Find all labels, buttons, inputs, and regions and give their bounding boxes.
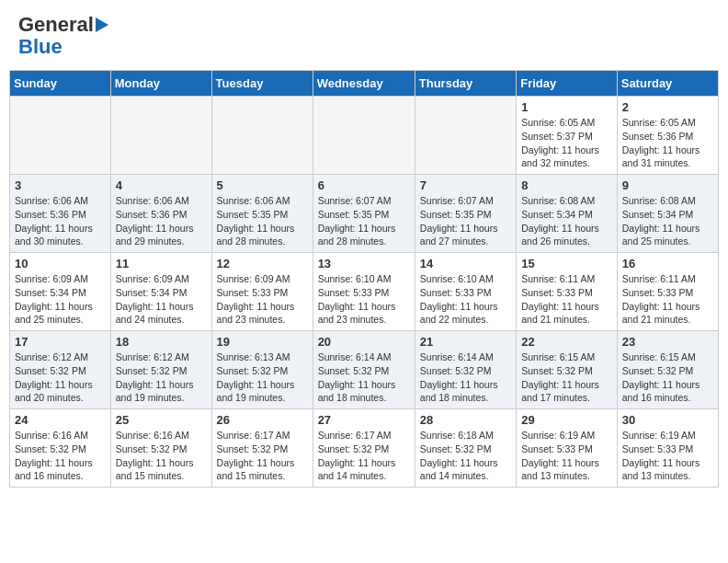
day-info: Sunrise: 6:09 AMSunset: 5:33 PMDaylight:… [217, 272, 308, 327]
calendar-cell: 17Sunrise: 6:12 AMSunset: 5:32 PMDayligh… [10, 331, 111, 409]
calendar-cell: 13Sunrise: 6:10 AMSunset: 5:33 PMDayligh… [313, 253, 415, 331]
day-number: 12 [217, 257, 308, 270]
day-number: 7 [420, 178, 511, 192]
day-info: Sunrise: 6:06 AMSunset: 5:35 PMDaylight:… [217, 194, 308, 248]
day-number: 29 [521, 413, 612, 427]
calendar-cell: 1Sunrise: 6:05 AMSunset: 5:37 PMDaylight… [517, 97, 618, 175]
calendar-cell: 16Sunrise: 6:11 AMSunset: 5:33 PMDayligh… [617, 253, 718, 331]
day-number: 13 [318, 257, 410, 270]
calendar-cell [110, 97, 211, 175]
day-info: Sunrise: 6:11 AMSunset: 5:33 PMDaylight:… [521, 272, 612, 327]
day-info: Sunrise: 6:15 AMSunset: 5:32 PMDaylight:… [622, 350, 713, 405]
calendar-cell: 22Sunrise: 6:15 AMSunset: 5:32 PMDayligh… [517, 331, 618, 409]
calendar-cell: 9Sunrise: 6:08 AMSunset: 5:34 PMDaylight… [617, 175, 718, 253]
calendar-cell: 3Sunrise: 6:06 AMSunset: 5:36 PMDaylight… [10, 175, 111, 253]
calendar-cell: 28Sunrise: 6:18 AMSunset: 5:32 PMDayligh… [415, 409, 516, 488]
col-header-sunday: Sunday [10, 71, 111, 97]
calendar-cell: 7Sunrise: 6:07 AMSunset: 5:35 PMDaylight… [415, 175, 516, 253]
day-number: 22 [521, 335, 612, 349]
day-info: Sunrise: 6:08 AMSunset: 5:34 PMDaylight:… [622, 194, 713, 248]
day-number: 9 [622, 178, 713, 192]
col-header-thursday: Thursday [415, 71, 516, 97]
day-info: Sunrise: 6:15 AMSunset: 5:32 PMDaylight:… [521, 350, 612, 405]
day-number: 30 [622, 413, 713, 427]
calendar-cell: 23Sunrise: 6:15 AMSunset: 5:32 PMDayligh… [617, 331, 718, 409]
day-number: 3 [15, 178, 106, 192]
logo: General Blue [18, 14, 108, 58]
calendar-cell [313, 97, 415, 175]
calendar-table: SundayMondayTuesdayWednesdayThursdayFrid… [9, 70, 719, 488]
calendar-cell: 20Sunrise: 6:14 AMSunset: 5:32 PMDayligh… [313, 331, 415, 409]
logo-arrow-icon [96, 17, 108, 32]
day-info: Sunrise: 6:10 AMSunset: 5:33 PMDaylight:… [420, 272, 511, 327]
day-number: 28 [420, 413, 511, 427]
day-number: 2 [622, 100, 713, 114]
calendar-cell: 21Sunrise: 6:14 AMSunset: 5:32 PMDayligh… [415, 331, 516, 409]
day-number: 8 [521, 178, 612, 192]
calendar-cell: 24Sunrise: 6:16 AMSunset: 5:32 PMDayligh… [10, 409, 111, 488]
day-number: 6 [318, 178, 410, 192]
day-number: 1 [521, 100, 612, 114]
calendar-cell [10, 97, 111, 175]
day-info: Sunrise: 6:14 AMSunset: 5:32 PMDaylight:… [420, 350, 511, 405]
day-info: Sunrise: 6:18 AMSunset: 5:32 PMDaylight:… [420, 429, 511, 483]
day-number: 26 [217, 413, 308, 427]
calendar-cell: 30Sunrise: 6:19 AMSunset: 5:33 PMDayligh… [617, 409, 718, 488]
day-number: 23 [622, 335, 713, 349]
day-number: 15 [521, 257, 612, 270]
day-info: Sunrise: 6:05 AMSunset: 5:37 PMDaylight:… [521, 116, 612, 170]
calendar-cell: 19Sunrise: 6:13 AMSunset: 5:32 PMDayligh… [211, 331, 313, 409]
day-number: 5 [217, 178, 308, 192]
day-info: Sunrise: 6:14 AMSunset: 5:32 PMDaylight:… [318, 350, 410, 405]
day-number: 18 [116, 335, 207, 349]
calendar-cell: 29Sunrise: 6:19 AMSunset: 5:33 PMDayligh… [517, 409, 618, 488]
day-info: Sunrise: 6:08 AMSunset: 5:34 PMDaylight:… [521, 194, 612, 248]
col-header-wednesday: Wednesday [313, 71, 415, 97]
day-number: 10 [15, 257, 106, 270]
calendar-cell: 11Sunrise: 6:09 AMSunset: 5:34 PMDayligh… [110, 253, 211, 331]
calendar-cell: 10Sunrise: 6:09 AMSunset: 5:34 PMDayligh… [10, 253, 111, 331]
day-info: Sunrise: 6:12 AMSunset: 5:32 PMDaylight:… [116, 350, 207, 405]
day-info: Sunrise: 6:09 AMSunset: 5:34 PMDaylight:… [15, 272, 106, 327]
calendar-week-row: 1Sunrise: 6:05 AMSunset: 5:37 PMDaylight… [10, 97, 719, 175]
day-number: 21 [420, 335, 511, 349]
calendar-cell: 27Sunrise: 6:17 AMSunset: 5:32 PMDayligh… [313, 409, 415, 488]
calendar-cell [211, 97, 313, 175]
day-info: Sunrise: 6:09 AMSunset: 5:34 PMDaylight:… [116, 272, 207, 327]
calendar-header-row: SundayMondayTuesdayWednesdayThursdayFrid… [10, 71, 719, 97]
day-info: Sunrise: 6:16 AMSunset: 5:32 PMDaylight:… [15, 429, 106, 483]
day-info: Sunrise: 6:10 AMSunset: 5:33 PMDaylight:… [318, 272, 410, 327]
logo-text-blue: Blue [18, 36, 63, 58]
day-number: 16 [622, 257, 713, 270]
day-info: Sunrise: 6:07 AMSunset: 5:35 PMDaylight:… [420, 194, 511, 248]
day-number: 24 [15, 413, 106, 427]
day-info: Sunrise: 6:16 AMSunset: 5:32 PMDaylight:… [116, 429, 207, 483]
calendar-cell: 5Sunrise: 6:06 AMSunset: 5:35 PMDaylight… [211, 175, 313, 253]
day-info: Sunrise: 6:19 AMSunset: 5:33 PMDaylight:… [521, 429, 612, 483]
calendar-week-row: 24Sunrise: 6:16 AMSunset: 5:32 PMDayligh… [10, 409, 719, 488]
day-info: Sunrise: 6:05 AMSunset: 5:36 PMDaylight:… [622, 116, 713, 170]
calendar-cell: 6Sunrise: 6:07 AMSunset: 5:35 PMDaylight… [313, 175, 415, 253]
day-number: 25 [116, 413, 207, 427]
day-info: Sunrise: 6:07 AMSunset: 5:35 PMDaylight:… [318, 194, 410, 248]
calendar-cell: 8Sunrise: 6:08 AMSunset: 5:34 PMDaylight… [517, 175, 618, 253]
logo-text-general: General [18, 14, 94, 36]
day-number: 20 [318, 335, 410, 349]
calendar-cell: 12Sunrise: 6:09 AMSunset: 5:33 PMDayligh… [211, 253, 313, 331]
day-info: Sunrise: 6:13 AMSunset: 5:32 PMDaylight:… [217, 350, 308, 405]
calendar-cell: 26Sunrise: 6:17 AMSunset: 5:32 PMDayligh… [211, 409, 313, 488]
calendar-week-row: 3Sunrise: 6:06 AMSunset: 5:36 PMDaylight… [10, 175, 719, 253]
day-number: 4 [116, 178, 207, 192]
page-header: General Blue [9, 9, 719, 63]
day-info: Sunrise: 6:11 AMSunset: 5:33 PMDaylight:… [622, 272, 713, 327]
day-info: Sunrise: 6:17 AMSunset: 5:32 PMDaylight:… [217, 429, 308, 483]
day-info: Sunrise: 6:06 AMSunset: 5:36 PMDaylight:… [116, 194, 207, 248]
day-number: 19 [217, 335, 308, 349]
day-info: Sunrise: 6:19 AMSunset: 5:33 PMDaylight:… [622, 429, 713, 483]
day-number: 17 [15, 335, 106, 349]
calendar-cell: 14Sunrise: 6:10 AMSunset: 5:33 PMDayligh… [415, 253, 516, 331]
calendar-week-row: 10Sunrise: 6:09 AMSunset: 5:34 PMDayligh… [10, 253, 719, 331]
calendar-cell: 18Sunrise: 6:12 AMSunset: 5:32 PMDayligh… [110, 331, 211, 409]
day-number: 27 [318, 413, 410, 427]
calendar-cell: 2Sunrise: 6:05 AMSunset: 5:36 PMDaylight… [617, 97, 718, 175]
